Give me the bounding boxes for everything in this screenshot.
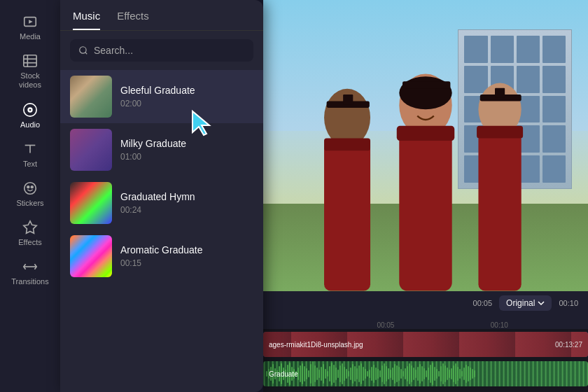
chevron-down-icon <box>538 301 545 306</box>
track-name-gleeful: Gleeful Graduate <box>120 85 253 96</box>
track-name-hymn: Graduated Hymn <box>120 191 253 202</box>
transitions-icon <box>22 259 38 274</box>
sidebar: Media Stockvideos Audio Text <box>0 0 60 392</box>
time-marker-end: 00:10 <box>559 299 578 307</box>
sidebar-item-audio[interactable]: Audio <box>0 95 60 134</box>
tab-music[interactable]: Music <box>73 10 100 30</box>
sidebar-item-media[interactable]: Media <box>0 7 60 46</box>
text-icon <box>22 141 38 157</box>
track-info-milky: Milky Graduate 01:00 <box>120 138 253 162</box>
search-input[interactable]: graduate <box>94 45 245 56</box>
timeline: 00:05 00:10 ages-rmiakit1Di8-unsplash.jp… <box>263 315 588 392</box>
track-thumb-hymn <box>70 182 112 224</box>
sidebar-item-effects-label: Effects <box>18 238 41 246</box>
sidebar-item-transitions-label: Transitions <box>11 277 48 286</box>
ruler-mark-1: 00:05 <box>377 321 394 329</box>
search-icon <box>78 46 88 55</box>
svg-rect-19 <box>324 143 370 291</box>
track-info-hymn: Graduated Hymn 00:24 <box>120 191 253 215</box>
track-item-milky[interactable]: Milky Graduate 01:00 <box>60 123 263 176</box>
track-item-aromatic[interactable]: Aromatic Graduate 00:15 <box>60 230 263 283</box>
track-duration-hymn: 00:24 <box>120 205 253 215</box>
ruler-mark-2: 00:10 <box>491 321 508 329</box>
svg-rect-2 <box>24 55 36 67</box>
svg-rect-29 <box>478 133 521 291</box>
track-list: Gleeful Graduate 02:00 Milky Graduate 01… <box>60 70 263 392</box>
media-icon <box>22 14 38 29</box>
svg-point-13 <box>31 186 33 188</box>
track-thumb-gleeful <box>70 76 112 118</box>
track-info-aromatic: Aromatic Graduate 00:15 <box>120 244 253 268</box>
audio-icon <box>22 102 38 118</box>
stickers-icon <box>22 181 38 196</box>
svg-marker-1 <box>29 20 33 24</box>
video-clip-duration: 00:13:27 <box>555 341 582 349</box>
sidebar-item-text-label: Text <box>23 160 37 168</box>
sidebar-item-transitions[interactable]: Transitions <box>0 252 60 291</box>
sidebar-item-stickers[interactable]: Stickers <box>0 174 60 213</box>
svg-point-26 <box>399 77 451 110</box>
track-item-gleeful[interactable]: Gleeful Graduate 02:00 <box>60 70 263 123</box>
svg-line-16 <box>85 52 88 55</box>
svg-rect-22 <box>343 94 353 104</box>
search-bar: graduate <box>70 39 253 62</box>
svg-point-12 <box>27 186 29 188</box>
stock-videos-icon <box>22 53 38 69</box>
timeline-video-track: ages-rmiakit1Di8-unsplash.jpg 00:13:27 <box>263 330 588 358</box>
track-name-aromatic: Aromatic Graduate <box>120 244 253 255</box>
time-marker-start: 00:05 <box>473 299 493 307</box>
tab-effects[interactable]: Effects <box>117 10 149 30</box>
svg-rect-27 <box>402 82 450 90</box>
svg-point-8 <box>29 109 31 111</box>
audio-clip[interactable]: Graduate <box>263 361 588 386</box>
timeline-audio-track: Graduate <box>263 360 588 388</box>
track-thumb-milky <box>70 129 112 171</box>
sidebar-item-effects[interactable]: Effects <box>0 213 60 252</box>
panel-tabs: Music Effects <box>60 0 263 31</box>
svg-point-11 <box>24 183 36 195</box>
sidebar-item-stock-videos-label: Stockvideos <box>19 71 41 90</box>
track-duration-aromatic: 00:15 <box>120 258 253 268</box>
timeline-ruler: 00:05 00:10 <box>263 315 588 329</box>
svg-rect-32 <box>495 88 505 98</box>
sidebar-item-audio-label: Audio <box>20 120 40 129</box>
track-thumb-aromatic <box>70 235 112 277</box>
video-controls-bar: 00:05 Original 00:10 <box>263 291 588 315</box>
sidebar-item-text[interactable]: Text <box>0 134 60 174</box>
quality-label: Original <box>506 298 535 308</box>
svg-rect-25 <box>397 126 455 141</box>
quality-select[interactable]: Original <box>499 295 552 311</box>
track-name-milky: Milky Graduate <box>120 138 253 149</box>
video-clip[interactable]: ages-rmiakit1Di8-unsplash.jpg 00:13:27 <box>263 332 588 357</box>
video-clip-label: ages-rmiakit1Di8-unsplash.jpg <box>269 341 363 349</box>
main-content: 00:05 Original 00:10 00:05 00:10 ages-rm… <box>263 0 588 392</box>
audio-clip-label: Graduate <box>269 370 298 378</box>
video-preview <box>263 0 588 291</box>
sidebar-item-stickers-label: Stickers <box>16 199 43 207</box>
svg-rect-24 <box>399 133 451 291</box>
sidebar-item-media-label: Media <box>20 32 41 41</box>
svg-point-15 <box>80 47 86 53</box>
track-item-hymn[interactable]: Graduated Hymn 00:24 <box>60 176 263 230</box>
svg-rect-30 <box>477 126 523 139</box>
effects-icon <box>22 220 38 235</box>
graduation-scene <box>263 0 588 291</box>
audio-waveform <box>263 361 588 386</box>
track-info-gleeful: Gleeful Graduate 02:00 <box>120 85 253 108</box>
track-duration-gleeful: 02:00 <box>120 99 253 108</box>
audio-panel: Music Effects graduate Gleeful Graduate … <box>60 0 263 392</box>
sidebar-item-stock-videos[interactable]: Stockvideos <box>0 46 60 95</box>
svg-rect-20 <box>324 139 370 151</box>
track-duration-milky: 01:00 <box>120 152 253 162</box>
